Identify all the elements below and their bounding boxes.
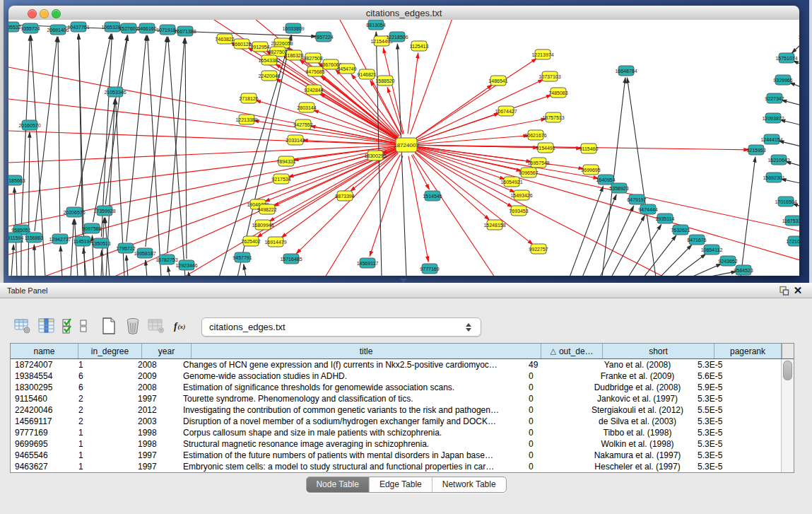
cell-title[interactable]: Genome-wide association studies in ADHD. — [179, 370, 524, 382]
cell-out_de[interactable]: 49 — [524, 359, 582, 370]
graph-edge[interactable] — [185, 38, 187, 259]
cell-year[interactable]: 1997 — [134, 461, 179, 472]
cell-short[interactable]: Wolkin et al. (1998) — [582, 438, 693, 450]
cell-pagerank[interactable]: 5.9E-5 — [693, 382, 756, 393]
cell-year[interactable]: 2008 — [134, 382, 179, 393]
scrollbar-thumb[interactable] — [783, 361, 792, 380]
graph-edge-selected[interactable] — [416, 150, 664, 276]
cell-year[interactable]: 1997 — [134, 450, 179, 461]
cell-title[interactable]: Estimation of significance thresholds fo… — [179, 382, 524, 393]
cell-out_de[interactable]: 0 — [524, 461, 582, 472]
graph-edge[interactable] — [786, 162, 799, 168]
column-header-short[interactable]: short — [603, 344, 714, 358]
cell-short[interactable]: Stergiakouli et al. (2012) — [582, 404, 693, 416]
graph-edge-selected[interactable] — [417, 148, 799, 263]
graph-edge-selected[interactable] — [408, 53, 418, 134]
cell-year[interactable]: 2009 — [134, 370, 179, 382]
column-header-out_de[interactable]: △out_de… — [541, 344, 603, 358]
cell-year[interactable]: 1997 — [134, 393, 179, 404]
table-row[interactable]: 946554611997Estimation of the future num… — [11, 450, 782, 461]
cell-year[interactable]: 2008 — [134, 359, 179, 370]
graph-edge-selected[interactable] — [8, 99, 395, 144]
column-header-pagerank[interactable]: pagerank — [714, 344, 782, 358]
show-columns-icon[interactable] — [38, 317, 55, 335]
graph-edge[interactable] — [35, 37, 57, 231]
graph-edge[interactable] — [126, 35, 146, 242]
table-row[interactable]: 1456911722003Disruption of a novel membe… — [11, 416, 782, 427]
graph-edge[interactable] — [75, 219, 78, 276]
graph-edge[interactable] — [582, 194, 616, 276]
cell-title[interactable]: Disruption of a novel member of a sodium… — [179, 416, 524, 427]
cell-in_degree[interactable]: 6 — [74, 370, 134, 382]
cell-pagerank[interactable]: 5.6E-5 — [693, 370, 756, 382]
table-row[interactable]: 2242004622012Investigating the contribut… — [11, 404, 782, 416]
graph-edge[interactable] — [789, 83, 799, 90]
graph-edge-selected[interactable] — [415, 153, 490, 221]
cell-title[interactable]: Tourette syndrome. Phenomenology and cla… — [179, 393, 524, 404]
graph-edge[interactable] — [168, 267, 170, 276]
cell-name[interactable]: 19384554 — [11, 370, 74, 382]
network-canvas[interactable]: 1872400774638228660128891295423226058982… — [8, 20, 799, 276]
graph-edge[interactable] — [61, 246, 62, 276]
table-row[interactable]: 977716911998Corpus callosum shape and si… — [11, 427, 782, 438]
graph-edge[interactable] — [126, 255, 128, 276]
graph-edge-selected[interactable] — [408, 156, 428, 262]
cell-in_degree[interactable]: 1 — [74, 359, 134, 370]
cell-in_degree[interactable]: 1 — [74, 461, 134, 472]
new-column-icon[interactable] — [100, 317, 117, 335]
cell-out_de[interactable]: 0 — [524, 393, 582, 404]
cell-in_degree[interactable]: 2 — [74, 416, 134, 427]
cell-out_de[interactable]: 0 — [524, 404, 582, 416]
cell-short[interactable]: Nakamura et al. (1997) — [582, 450, 693, 461]
table-row[interactable]: 1872400712008Changes of HCN gene express… — [11, 359, 782, 370]
table-row[interactable]: 1938455462009Genome-wide association stu… — [11, 370, 782, 382]
cell-name[interactable]: 9777169 — [11, 427, 74, 438]
cell-title[interactable]: Structural magnetic resonance image aver… — [179, 438, 524, 450]
column-header-name[interactable]: name — [11, 344, 78, 358]
cell-in_degree[interactable]: 1 — [74, 438, 134, 450]
tab-node-table[interactable]: Node Table — [306, 477, 369, 492]
cell-out_de[interactable]: 0 — [524, 450, 582, 461]
graph-edge[interactable] — [397, 44, 406, 276]
cell-in_degree[interactable]: 2 — [74, 404, 134, 416]
cell-year[interactable]: 2003 — [134, 416, 179, 427]
graph-edge[interactable] — [691, 264, 722, 276]
graph-edge[interactable] — [707, 271, 736, 276]
cell-pagerank[interactable]: 5.3E-5 — [693, 450, 756, 461]
cell-name[interactable]: 9463627 — [11, 461, 74, 472]
graph-edge[interactable] — [741, 157, 755, 276]
cell-short[interactable]: Hescheler et al. (1997) — [582, 461, 693, 472]
table-row[interactable]: 911546021997Tourette syndrome. Phenomeno… — [11, 393, 782, 404]
table-row[interactable]: 969969511998Structural magnetic resonanc… — [11, 438, 782, 450]
cell-out_de[interactable]: 0 — [524, 438, 582, 450]
network-window-titlebar[interactable]: citations_edges.txt — [8, 6, 799, 21]
cell-name[interactable]: 9699695 — [11, 438, 74, 450]
graph-edge-selected[interactable] — [418, 147, 599, 179]
change-table-mode-icon[interactable] — [14, 317, 31, 335]
cell-title[interactable]: Embryonic stem cells: a model to study s… — [179, 461, 524, 472]
graph-edge[interactable] — [58, 37, 60, 233]
cell-year[interactable]: 1998 — [134, 427, 179, 438]
import-table-icon[interactable] — [148, 317, 165, 335]
graph-edge-selected[interactable] — [416, 85, 493, 139]
cell-name[interactable]: 9115460 — [11, 393, 74, 404]
graph-edge[interactable] — [146, 37, 167, 247]
cell-pagerank[interactable]: 5.3E-5 — [693, 461, 756, 472]
column-header-year[interactable]: year — [142, 344, 192, 358]
table-row[interactable]: 946362711997Embryonic stem cells: a mode… — [11, 461, 782, 472]
cell-pagerank[interactable]: 5.3E-5 — [693, 427, 756, 438]
table-vertical-scrollbar[interactable] — [781, 359, 794, 472]
cell-name[interactable]: 22420046 — [11, 404, 74, 416]
cell-short[interactable]: Jankovic et al. (1997) — [582, 393, 693, 404]
cell-year[interactable]: 1998 — [134, 438, 179, 450]
graph-edge[interactable] — [168, 37, 185, 276]
graph-edge[interactable] — [28, 132, 30, 276]
tab-network-table[interactable]: Network Table — [432, 477, 506, 492]
cell-out_de[interactable]: 0 — [524, 370, 582, 382]
column-header-in_degree[interactable]: in_degree — [78, 344, 142, 358]
cell-in_degree[interactable]: 2 — [74, 393, 134, 404]
graph-edge[interactable] — [167, 38, 184, 253]
cell-pagerank[interactable]: 5.3E-5 — [693, 359, 756, 370]
cell-pagerank[interactable]: 5.5E-5 — [693, 404, 756, 416]
graph-edge-selected[interactable] — [8, 131, 395, 144]
